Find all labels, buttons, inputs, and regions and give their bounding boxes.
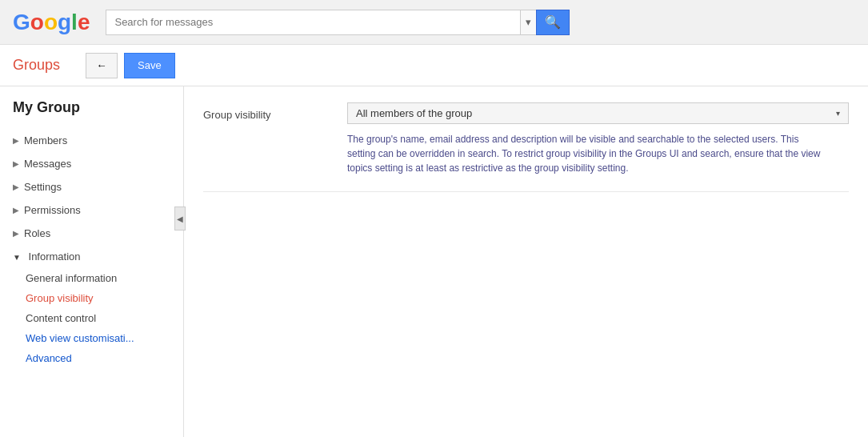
sidebar-item-messages[interactable]: ▶ Messages [0, 152, 183, 175]
sidebar-sub-group-visibility[interactable]: Group visibility [0, 288, 183, 308]
information-sub-items: General information Group visibility Con… [0, 268, 183, 368]
save-button[interactable]: Save [124, 53, 175, 78]
group-name: My Group [0, 94, 183, 129]
sidebar-collapse-toggle[interactable]: ◀ [174, 206, 186, 231]
search-submit-button[interactable]: 🔍 [536, 10, 570, 35]
sidebar-item-permissions[interactable]: ▶ Permissions [0, 198, 183, 222]
search-input[interactable] [106, 10, 520, 35]
visibility-value: All members of the group [356, 107, 472, 119]
back-arrow-icon: ← [96, 59, 106, 71]
visibility-description: The group's name, email address and desc… [347, 132, 827, 175]
sidebar-section-information[interactable]: ▼ Information [0, 245, 183, 268]
collapse-icon: ◀ [177, 214, 183, 223]
sidebar-item-members[interactable]: ▶ Members [0, 129, 183, 152]
header: Google ▾ 🔍 [0, 0, 868, 45]
sidebar-item-roles[interactable]: ▶ Roles [0, 222, 183, 245]
sidebar-sub-advanced[interactable]: Advanced [0, 348, 183, 368]
back-button[interactable]: ← [86, 53, 118, 78]
sidebar-sub-content-control[interactable]: Content control [0, 308, 183, 328]
visibility-dropdown[interactable]: All members of the group ▾ [347, 102, 849, 124]
messages-arrow-icon: ▶ [13, 159, 19, 168]
dropdown-arrow-icon: ▾ [836, 109, 840, 118]
section-label: Group visibility [203, 102, 347, 121]
sidebar-item-label: Members [24, 134, 67, 146]
toolbar: Groups ← Save [0, 45, 868, 86]
search-icon: 🔍 [545, 14, 561, 30]
search-dropdown-arrow-icon: ▾ [526, 16, 531, 28]
permissions-arrow-icon: ▶ [13, 206, 19, 214]
search-bar: ▾ 🔍 [106, 10, 570, 35]
sidebar-item-label: Messages [24, 158, 71, 170]
sidebar-item-label: Settings [24, 181, 62, 193]
sidebar: My Group ▶ Members ▶ Messages ▶ Settings… [0, 86, 184, 437]
sidebar-item-settings[interactable]: ▶ Settings [0, 175, 183, 198]
sidebar-sub-general-information[interactable]: General information [0, 268, 183, 288]
section-content: All members of the group ▾ The group's n… [347, 102, 849, 175]
main-layout: My Group ▶ Members ▶ Messages ▶ Settings… [0, 86, 868, 437]
information-label: Information [29, 251, 81, 263]
groups-title: Groups [13, 57, 60, 74]
search-dropdown-button[interactable]: ▾ [520, 10, 536, 35]
members-arrow-icon: ▶ [13, 136, 19, 145]
google-logo: Google [13, 10, 90, 35]
sidebar-sub-web-view[interactable]: Web view customisati... [0, 328, 183, 348]
sidebar-item-label: Permissions [24, 204, 81, 216]
content-area: Group visibility All members of the grou… [184, 86, 868, 437]
roles-arrow-icon: ▶ [13, 229, 19, 238]
sidebar-item-label: Roles [24, 227, 50, 239]
settings-arrow-icon: ▶ [13, 182, 19, 191]
information-arrow-icon: ▼ [13, 253, 21, 262]
group-visibility-section: Group visibility All members of the grou… [203, 102, 849, 192]
